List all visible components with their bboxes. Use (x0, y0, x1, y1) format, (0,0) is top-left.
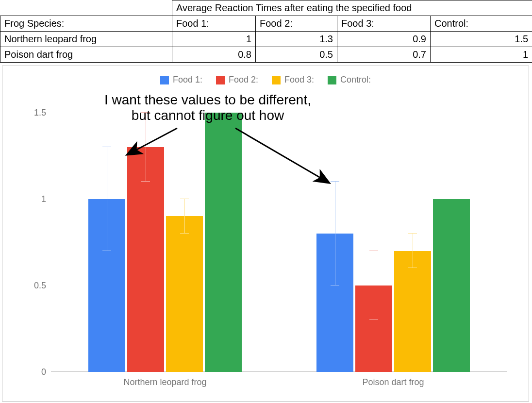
error-cap (331, 285, 339, 285)
error-cap (408, 233, 417, 234)
col-header-food3[interactable]: Food 3: (337, 16, 431, 32)
y-tick-label: 0 (25, 367, 46, 377)
chart-legend: Food 1: Food 2: Food 3: Control: (2, 75, 529, 85)
error-bar (413, 234, 413, 268)
error-cap (102, 147, 111, 147)
bar (205, 113, 242, 372)
chart-container[interactable]: Food 1: Food 2: Food 3: Control: 00.511.… (2, 66, 529, 402)
error-cap (180, 233, 189, 234)
error-cap (141, 112, 150, 113)
legend-swatch (272, 76, 281, 84)
bar (433, 199, 470, 372)
error-cap (102, 251, 111, 251)
data-table: Average Reaction Times after eating the … (0, 0, 532, 63)
table-row: Average Reaction Times after eating the … (0, 0, 532, 16)
value-cell[interactable]: 0.9 (337, 32, 431, 47)
error-cap (331, 181, 339, 182)
legend-swatch (328, 76, 336, 84)
table-title-cell[interactable]: Average Reaction Times after eating the … (172, 0, 532, 16)
col-header-food1[interactable]: Food 1: (172, 16, 256, 32)
error-cap (180, 199, 189, 199)
error-bar (184, 199, 185, 234)
error-bar (107, 147, 107, 251)
legend-label: Food 3: (284, 75, 314, 85)
error-bar (335, 182, 335, 285)
row-header-label[interactable]: Frog Species: (0, 16, 172, 32)
legend-swatch (160, 76, 169, 84)
value-cell[interactable]: 0.8 (172, 47, 256, 63)
error-bar (374, 251, 374, 320)
value-cell[interactable]: 0.5 (256, 47, 337, 63)
legend-item-food2: Food 2: (216, 75, 258, 85)
bar (394, 251, 431, 372)
chart-plot-area: 00.511.5Northern leopard frogPoison dart… (51, 95, 507, 372)
blank-cell[interactable] (89, 0, 172, 16)
error-bar (146, 113, 146, 182)
blank-cell[interactable] (0, 0, 89, 16)
value-cell[interactable]: 1 (172, 32, 256, 47)
y-tick-label: 0.5 (25, 280, 46, 290)
legend-item-food1: Food 1: (160, 75, 202, 85)
legend-item-control: Control: (328, 75, 371, 85)
table-row: Northern leopard frog 1 1.3 0.9 1.5 (0, 32, 532, 47)
species-cell[interactable]: Poison dart frog (0, 47, 172, 63)
y-tick-label: 1.5 (25, 107, 46, 118)
legend-label: Food 1: (173, 75, 202, 85)
error-cap (369, 319, 378, 320)
col-header-food2[interactable]: Food 2: (256, 16, 337, 32)
legend-swatch (216, 76, 225, 84)
species-cell[interactable]: Northern leopard frog (0, 32, 172, 47)
y-tick-label: 1 (25, 194, 46, 204)
table-row: Poison dart frog 0.8 0.5 0.7 1 (0, 47, 532, 63)
value-cell[interactable]: 1.5 (431, 32, 532, 47)
x-tick-label: Poison dart frog (362, 377, 424, 387)
value-cell[interactable]: 0.7 (337, 47, 431, 63)
error-cap (141, 181, 150, 182)
legend-item-food3: Food 3: (272, 75, 314, 85)
col-header-control[interactable]: Control: (431, 16, 532, 32)
table-row: Frog Species: Food 1: Food 2: Food 3: Co… (0, 16, 532, 32)
x-tick-label: Northern leopard frog (123, 377, 206, 387)
bar (166, 216, 203, 372)
error-cap (408, 268, 417, 268)
value-cell[interactable]: 1 (431, 47, 532, 63)
value-cell[interactable]: 1.3 (256, 32, 337, 47)
legend-label: Control: (340, 75, 371, 85)
legend-label: Food 2: (229, 75, 258, 85)
error-cap (369, 251, 378, 251)
